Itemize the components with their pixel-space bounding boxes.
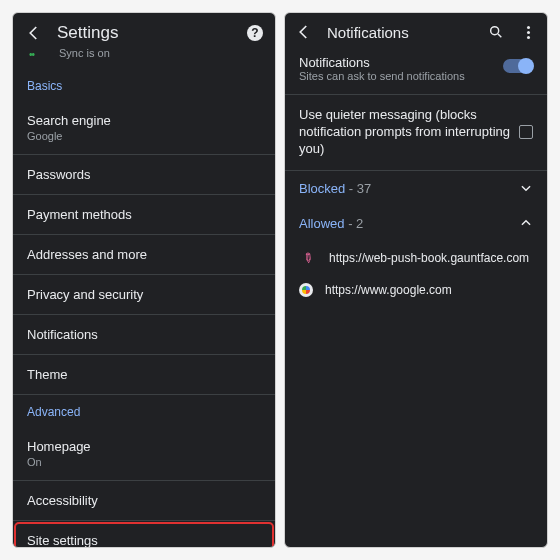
- notifications-header: Notifications: [285, 13, 547, 51]
- row-label: Homepage: [27, 439, 261, 454]
- settings-title: Settings: [57, 23, 233, 43]
- back-arrow-icon[interactable]: [295, 23, 313, 41]
- row-passwords[interactable]: Passwords: [13, 155, 275, 195]
- search-icon[interactable]: [487, 24, 505, 40]
- allowed-count: - 2: [345, 216, 364, 231]
- row-label: Theme: [27, 367, 261, 382]
- blocked-section[interactable]: Blocked - 37: [285, 171, 547, 206]
- row-label: Payment methods: [27, 207, 261, 222]
- row-search-engine[interactable]: Search engine Google: [13, 101, 275, 155]
- blocked-count: - 37: [345, 181, 371, 196]
- sync-icon: ••: [29, 49, 34, 60]
- row-label: Notifications: [27, 327, 261, 342]
- master-toggle-sub: Sites can ask to send notifications: [299, 70, 495, 82]
- row-label: Passwords: [27, 167, 261, 182]
- section-basics-label: Basics: [13, 69, 275, 101]
- allowed-section[interactable]: Allowed - 2: [285, 206, 547, 241]
- row-notifications[interactable]: Notifications: [13, 315, 275, 355]
- row-addresses[interactable]: Addresses and more: [13, 235, 275, 275]
- row-label: Search engine: [27, 113, 261, 128]
- row-privacy[interactable]: Privacy and security: [13, 275, 275, 315]
- quieter-messaging-row[interactable]: Use quieter messaging (blocks notificati…: [285, 95, 547, 170]
- row-theme[interactable]: Theme: [13, 355, 275, 395]
- row-homepage[interactable]: Homepage On: [13, 427, 275, 481]
- settings-header: Settings ?: [13, 13, 275, 47]
- site-url: https://web-push-book.gauntface.com: [329, 251, 529, 265]
- blocked-label: Blocked: [299, 181, 345, 196]
- master-toggle-label: Notifications: [299, 55, 495, 70]
- site-favicon-icon: ✎: [295, 245, 320, 270]
- back-arrow-icon[interactable]: [25, 24, 43, 42]
- sync-row[interactable]: Sync is on: [13, 47, 275, 69]
- notifications-title: Notifications: [327, 24, 473, 41]
- master-toggle[interactable]: [503, 59, 533, 73]
- row-payment-methods[interactable]: Payment methods: [13, 195, 275, 235]
- row-sub: Google: [27, 130, 261, 142]
- svg-point-0: [491, 27, 499, 35]
- sync-status: Sync is on: [59, 47, 263, 59]
- overflow-menu-icon[interactable]: [519, 26, 537, 39]
- row-label: Site settings: [27, 533, 261, 547]
- section-advanced-label: Advanced: [13, 395, 275, 427]
- help-icon[interactable]: ?: [247, 25, 263, 41]
- chevron-down-icon: [519, 181, 533, 195]
- site-url: https://www.google.com: [325, 283, 452, 297]
- quieter-checkbox[interactable]: [519, 125, 533, 139]
- chevron-up-icon: [519, 216, 533, 230]
- row-sub: On: [27, 456, 261, 468]
- allowed-site-row[interactable]: https://www.google.com: [285, 275, 547, 305]
- allowed-label: Allowed: [299, 216, 345, 231]
- row-label: Addresses and more: [27, 247, 261, 262]
- row-label: Privacy and security: [27, 287, 261, 302]
- quieter-label: Use quieter messaging (blocks notificati…: [299, 107, 511, 158]
- master-toggle-row[interactable]: Notifications Sites can ask to send noti…: [285, 51, 547, 94]
- row-site-settings[interactable]: Site settings: [13, 521, 275, 547]
- row-label: Accessibility: [27, 493, 261, 508]
- notifications-screen: Notifications Notifications Sites can as…: [284, 12, 548, 548]
- settings-screen: Settings ? •• Sync is on Basics Search e…: [12, 12, 276, 548]
- row-accessibility[interactable]: Accessibility: [13, 481, 275, 521]
- allowed-site-row[interactable]: ✎ https://web-push-book.gauntface.com: [285, 241, 547, 275]
- site-favicon-icon: [299, 283, 313, 297]
